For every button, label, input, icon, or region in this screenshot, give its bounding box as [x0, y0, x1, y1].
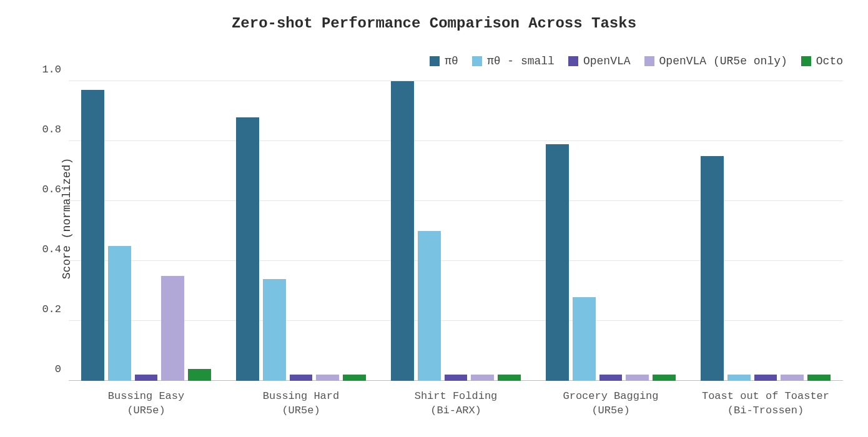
- legend-label: OpenVLA: [583, 55, 631, 67]
- x-tick-label-sub: (UR5e): [69, 404, 224, 418]
- bar: [498, 375, 521, 381]
- bar: [188, 369, 211, 381]
- legend-item: πθ - small: [472, 55, 555, 67]
- bar: [573, 297, 596, 381]
- bar-cluster: [236, 81, 366, 381]
- bar: [108, 246, 131, 381]
- legend-swatch: [568, 56, 578, 66]
- bar: [626, 375, 649, 381]
- legend: πθπθ - smallOpenVLAOpenVLA (UR5e only)Oc…: [0, 55, 843, 67]
- legend-item: Octo: [801, 55, 843, 67]
- legend-label: πθ - small: [487, 55, 555, 67]
- bar-group: Grocery Bagging(UR5e): [533, 81, 688, 381]
- y-tick-label: 0.8: [42, 124, 69, 135]
- legend-label: πθ: [445, 55, 458, 67]
- bar: [727, 375, 751, 381]
- bar: [135, 375, 158, 381]
- plot-area: 00.20.40.60.81.0Bussing Easy(UR5e)Bussin…: [69, 81, 843, 381]
- bar: [316, 375, 339, 381]
- bar: [343, 375, 366, 381]
- bar: [445, 375, 468, 381]
- bar: [236, 117, 259, 381]
- x-tick-label: Shirt Folding(Bi-ARX): [378, 390, 533, 418]
- bar-cluster: [701, 81, 831, 381]
- bar-group: Toast out of Toaster(Bi-Trossen): [688, 81, 843, 381]
- bar: [701, 156, 724, 381]
- bar: [161, 276, 184, 381]
- bar-groups: Bussing Easy(UR5e)Bussing Hard(UR5e)Shir…: [69, 81, 843, 381]
- y-tick-label: 0.4: [42, 243, 69, 255]
- legend-swatch: [644, 56, 654, 66]
- bar: [81, 90, 104, 381]
- legend-swatch: [472, 56, 482, 66]
- legend-swatch: [801, 56, 811, 66]
- x-tick-label-sub: (UR5e): [224, 404, 378, 418]
- bar-cluster: [81, 81, 211, 381]
- x-tick-label-main: Shirt Folding: [378, 390, 533, 404]
- legend-item: OpenVLA (UR5e only): [644, 55, 787, 67]
- x-tick-label-sub: (UR5e): [533, 404, 688, 418]
- x-tick-label-main: Bussing Hard: [224, 390, 378, 404]
- bar-cluster: [391, 81, 521, 381]
- bar: [471, 375, 494, 381]
- y-tick-label: 0: [55, 363, 69, 375]
- chart-title: Zero-shot Performance Comparison Across …: [0, 15, 868, 32]
- bar: [599, 375, 623, 381]
- legend-label: OpenVLA (UR5e only): [659, 55, 787, 67]
- x-tick-label-sub: (Bi-ARX): [378, 404, 533, 418]
- bar: [807, 375, 831, 381]
- y-tick-label: 1.0: [42, 64, 69, 76]
- legend-swatch: [430, 56, 440, 66]
- y-tick-label: 0.2: [42, 303, 69, 315]
- bar: [391, 81, 414, 381]
- x-tick-label-sub: (Bi-Trossen): [688, 404, 843, 418]
- bar: [290, 375, 313, 381]
- x-tick-label: Grocery Bagging(UR5e): [533, 390, 688, 418]
- x-tick-label-main: Toast out of Toaster: [688, 390, 843, 404]
- legend-item: πθ: [430, 55, 458, 67]
- bar-group: Bussing Easy(UR5e): [69, 81, 224, 381]
- bar-group: Shirt Folding(Bi-ARX): [378, 81, 533, 381]
- bar-group: Bussing Hard(UR5e): [224, 81, 378, 381]
- y-tick-label: 0.6: [42, 184, 69, 195]
- x-tick-label: Bussing Easy(UR5e): [69, 390, 224, 418]
- x-tick-label-main: Bussing Easy: [69, 390, 224, 404]
- legend-label: Octo: [816, 55, 843, 67]
- legend-item: OpenVLA: [568, 55, 631, 67]
- bar: [754, 375, 777, 381]
- bar-cluster: [546, 81, 676, 381]
- bar: [263, 279, 286, 381]
- x-tick-label: Toast out of Toaster(Bi-Trossen): [688, 390, 843, 418]
- x-tick-label: Bussing Hard(UR5e): [224, 390, 378, 418]
- x-tick-label-main: Grocery Bagging: [533, 390, 688, 404]
- chart-container: Zero-shot Performance Comparison Across …: [0, 0, 868, 437]
- bar: [418, 231, 441, 381]
- bar: [781, 375, 804, 381]
- bar: [653, 375, 676, 381]
- bar: [546, 144, 569, 381]
